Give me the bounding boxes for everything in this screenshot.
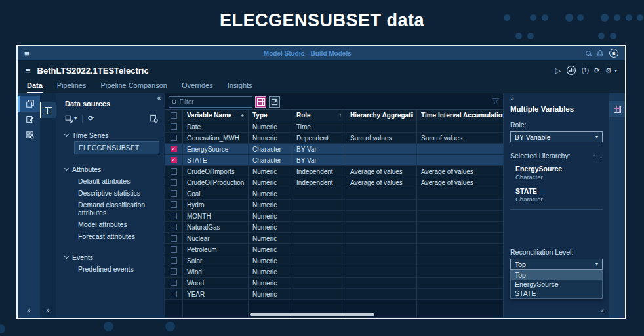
row-checkbox[interactable]: ✓ [171, 213, 177, 219]
add-data-icon[interactable] [65, 115, 73, 123]
reconciliation-select[interactable]: Top ▾ [510, 259, 603, 270]
data-options-icon[interactable] [150, 114, 158, 123]
table-row[interactable]: ✓ Wood Numeric [165, 278, 503, 289]
table-row[interactable]: ✓ MONTH Numeric [165, 211, 503, 222]
run-pipeline-icon[interactable]: ▷ [555, 66, 560, 75]
project-menu-icon[interactable]: ≡ [26, 66, 31, 75]
row-checkbox[interactable]: ✓ [171, 268, 177, 275]
tab[interactable]: Overrides [182, 81, 213, 93]
data-table-view-icon[interactable] [40, 102, 56, 118]
app-menu-icon[interactable]: ≡ [24, 49, 30, 58]
table-row[interactable]: ✓ Nuclear Numeric [165, 233, 503, 244]
table-row[interactable]: ✓ CrudeOilProduction Numeric Independent… [165, 177, 503, 188]
column-header-role[interactable]: Role ↑ [292, 110, 346, 121]
table-row[interactable]: ✓ Hydro Numeric [165, 200, 503, 211]
tree-item[interactable]: Predefined events [74, 263, 165, 275]
table-row[interactable]: ✓ Solar Numeric [165, 255, 503, 266]
row-checkbox[interactable]: ✓ [171, 246, 177, 253]
tree-section-label: Attributes [72, 165, 101, 173]
dropdown-option[interactable]: Top [511, 270, 602, 280]
cell-role: Time [292, 121, 346, 132]
row-checkbox[interactable]: ✓ [171, 235, 177, 242]
table-row[interactable]: ✓ YEAR Numeric [165, 289, 503, 300]
tree-item[interactable]: Default attributes [74, 175, 165, 187]
tab[interactable]: Pipelines [57, 81, 87, 93]
search-icon[interactable] [586, 51, 591, 56]
settings-caret-icon[interactable]: ▾ [614, 68, 617, 74]
row-checkbox[interactable]: ✓ [171, 190, 177, 197]
tree-header-attributes[interactable]: Attributes [65, 163, 165, 175]
job-status-icon[interactable] [566, 65, 576, 75]
tree-header-events[interactable]: Events [65, 251, 165, 263]
table-row[interactable]: ✓ Date Numeric Time [165, 121, 503, 133]
tree-item[interactable]: Demand classification attributes [74, 199, 165, 219]
table-view-button[interactable] [255, 96, 266, 108]
move-up-icon[interactable]: ↑ [592, 152, 595, 159]
move-down-icon[interactable]: ↓ [599, 152, 603, 159]
row-checkbox[interactable]: ✓ [171, 157, 177, 163]
rail-item-data[interactable] [18, 96, 40, 112]
hierarchy-item[interactable]: EnergySource Character [515, 165, 603, 180]
notifications-bell-icon[interactable] [597, 50, 603, 57]
column-header-variable-name[interactable]: Variable Name + [183, 110, 249, 121]
table-row[interactable]: ✓ CrudeOilImports Numeric Independent Av… [165, 166, 503, 177]
add-column-icon[interactable]: + [241, 112, 244, 119]
rail-expand-icon[interactable]: » [18, 306, 40, 314]
expand-view-icon [271, 98, 278, 106]
tab[interactable]: Insights [228, 81, 252, 93]
table-row[interactable]: ✓ STATE Character BY Var [165, 155, 503, 166]
table-row[interactable]: ✓ Petroleum Numeric [165, 244, 503, 255]
cell-role [292, 222, 346, 232]
add-data-caret-icon[interactable]: ▾ [74, 116, 77, 121]
table-row[interactable]: ✓ Coal Numeric [165, 188, 503, 200]
tab-bar: Data Pipelines Pipeline Comparison Overr… [18, 80, 625, 93]
model-studio-window: ≡ Model Studio - Build Models B ≡ BethLT… [16, 45, 626, 319]
filter-funnel-icon[interactable] [492, 98, 499, 105]
tab[interactable]: Data [27, 81, 43, 93]
row-checkbox[interactable]: ✓ [171, 257, 177, 264]
filter-input[interactable] [179, 98, 249, 106]
tree-item[interactable]: Model attributes [74, 219, 165, 230]
rail-item-pipeline-settings[interactable] [18, 127, 40, 143]
tree-item[interactable]: Descriptive statistics [74, 187, 165, 199]
column-header-type[interactable]: Type [249, 110, 292, 121]
tab[interactable]: Pipeline Comparison [100, 81, 167, 93]
row-checkbox[interactable]: ✓ [171, 179, 177, 186]
dropdown-option[interactable]: EnergySource [511, 280, 602, 289]
row-checkbox[interactable]: ✓ [171, 280, 177, 286]
tree-header-time-series[interactable]: Time Series [65, 129, 165, 141]
user-avatar[interactable]: B [609, 49, 618, 58]
table-row[interactable]: ✓ EnergySource Character BY Var [165, 144, 503, 155]
tree-item[interactable]: Forecast attributes [74, 230, 165, 242]
row-checkbox[interactable]: ✓ [171, 201, 177, 208]
panel-collapse-icon[interactable]: « [157, 94, 161, 102]
expand-view-button[interactable] [269, 96, 280, 108]
tree-item-elecgensubset[interactable]: ELECGENSUBSET [74, 141, 159, 154]
dropdown-option[interactable]: STATE [511, 289, 602, 298]
table-row[interactable]: ✓ NaturalGas Numeric [165, 222, 503, 233]
hierarchy-item[interactable]: STATE Character [515, 187, 603, 203]
row-checkbox[interactable]: ✓ [171, 291, 177, 297]
row-checkbox[interactable]: ✓ [171, 224, 177, 230]
column-header-hierarchy-aggregation[interactable]: Hierarchy Aggregation [346, 110, 417, 121]
panel-collapse-icon[interactable]: « [600, 307, 604, 314]
refresh-data-icon[interactable]: ⟳ [88, 114, 94, 123]
row-checkbox[interactable]: ✓ [171, 168, 177, 175]
cell-type: Numeric [249, 255, 292, 266]
panel-expand-icon[interactable]: » [510, 95, 514, 102]
cell-role: Independent [292, 177, 346, 188]
row-checkbox[interactable]: ✓ [171, 123, 177, 130]
table-row[interactable]: ✓ Generation_MWH Numeric Dependent Sum o… [165, 133, 503, 144]
select-all-checkbox[interactable] [171, 112, 177, 119]
role-select[interactable]: BY Variable ▾ [510, 131, 603, 142]
strip-expand-icon[interactable]: » [40, 306, 56, 314]
properties-panel-icon[interactable] [609, 101, 625, 117]
refresh-icon[interactable]: ⟳ [594, 66, 600, 75]
settings-gear-icon[interactable]: ⚙ [605, 66, 612, 75]
horizontal-scrollbar[interactable] [250, 313, 374, 316]
rail-item-pipelines[interactable] [18, 112, 40, 127]
row-checkbox[interactable]: ✓ [171, 135, 177, 141]
cell-time-interval-accumulation [417, 266, 503, 277]
row-checkbox[interactable]: ✓ [171, 146, 177, 152]
table-row[interactable]: ✓ Wind Numeric [165, 266, 503, 278]
